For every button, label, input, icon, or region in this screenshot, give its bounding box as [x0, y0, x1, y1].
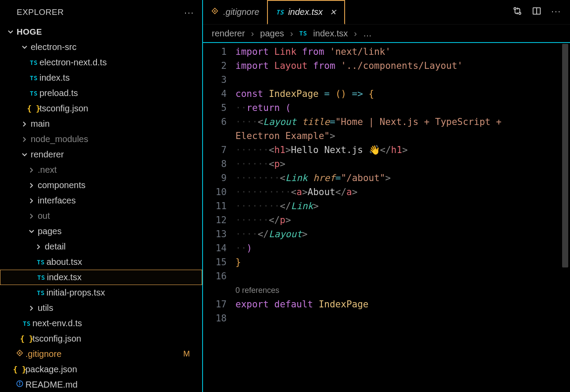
- workspace-root-label: HOGE: [17, 27, 42, 37]
- code-line[interactable]: ··········<a>About</a>: [235, 185, 570, 199]
- line-number: 12: [203, 213, 227, 227]
- tree-folder[interactable]: pages: [0, 224, 202, 239]
- tree-item-label: initial-props.tsx: [46, 288, 105, 298]
- tree-folder[interactable]: out: [0, 208, 202, 224]
- chevron-right-icon: [35, 243, 45, 250]
- tree-file[interactable]: TSinitial-props.tsx: [0, 285, 202, 300]
- editor-tab[interactable]: .gitignore: [203, 0, 267, 25]
- code-line[interactable]: ··return (: [235, 101, 570, 115]
- svg-point-1: [19, 353, 20, 353]
- explorer-sidebar: EXPLORER ··· HOGE electron-srcTSelectron…: [0, 0, 203, 392]
- tree-file[interactable]: TSindex.tsx: [0, 270, 202, 285]
- compare-changes-icon[interactable]: [513, 6, 522, 18]
- svg-point-7: [514, 7, 517, 10]
- tree-folder[interactable]: main: [0, 116, 202, 132]
- tree-file[interactable]: TSpreload.ts: [0, 86, 202, 101]
- tree-file[interactable]: TSnext-env.d.ts: [0, 316, 202, 331]
- tree-file[interactable]: README.md: [0, 377, 202, 392]
- breadcrumb[interactable]: renderer › pages › TS index.tsx › …: [203, 25, 570, 42]
- tree-item-label: main: [31, 119, 50, 129]
- workspace-root[interactable]: HOGE: [0, 25, 202, 39]
- ts-icon: TS: [276, 9, 284, 16]
- code-line[interactable]: ········</Link>: [235, 199, 570, 213]
- tree-file[interactable]: { }tsconfig.json: [0, 331, 202, 346]
- editor-actions: ···: [513, 6, 566, 18]
- tree-file[interactable]: .gitignoreM: [0, 346, 202, 362]
- code-line[interactable]: const IndexPage = () => {: [235, 87, 570, 101]
- tree-file[interactable]: TSabout.tsx: [0, 254, 202, 270]
- editor-tab[interactable]: TSindex.tsx✕: [267, 0, 345, 25]
- tree-folder[interactable]: renderer: [0, 147, 202, 162]
- code-line[interactable]: ······<h1>Hello Next.js 👋</h1>: [235, 143, 570, 157]
- code-line[interactable]: ······</p>: [235, 213, 570, 227]
- ts-icon: TS: [37, 289, 45, 296]
- line-number: 9: [203, 171, 227, 185]
- code-line[interactable]: ····</Layout>: [235, 227, 570, 241]
- info-icon: [16, 380, 24, 390]
- svg-point-8: [519, 12, 521, 14]
- tree-item-label: detail: [45, 242, 66, 252]
- git-icon: [16, 349, 24, 359]
- code-line[interactable]: [235, 269, 570, 283]
- tree-file[interactable]: { }package.json: [0, 362, 202, 377]
- svg-point-6: [214, 11, 215, 11]
- more-icon[interactable]: ···: [184, 7, 194, 18]
- breadcrumb-file[interactable]: index.tsx: [313, 29, 348, 39]
- code-line[interactable]: ······<p>: [235, 157, 570, 171]
- tree-folder[interactable]: utils: [0, 300, 202, 316]
- tree-item-label: next-env.d.ts: [32, 318, 82, 328]
- tree-file[interactable]: TSelectron-next.d.ts: [0, 55, 202, 70]
- tree-file[interactable]: { }tsconfig.json: [0, 101, 202, 116]
- tree-item-label: .gitignore: [25, 349, 61, 359]
- chevron-down-icon: [28, 228, 38, 235]
- line-number: 2: [203, 59, 227, 73]
- tree-item-label: node_modules: [31, 134, 88, 144]
- tree-item-label: about.tsx: [46, 257, 82, 267]
- json-icon: { }: [13, 365, 27, 374]
- code-line[interactable]: [235, 311, 570, 325]
- scrollbar-thumb[interactable]: [562, 44, 568, 267]
- ts-icon: TS: [30, 90, 38, 97]
- tree-item-label: renderer: [31, 150, 64, 160]
- code-editor[interactable]: 123456 78910111213141516 1718 import Lin…: [203, 42, 570, 392]
- code-line[interactable]: ··): [235, 241, 570, 255]
- line-number: 16: [203, 269, 227, 283]
- chevron-right-icon: [21, 121, 31, 128]
- line-number: 15: [203, 255, 227, 269]
- chevron-right-icon: [28, 213, 38, 220]
- code-line[interactable]: export default IndexPage: [235, 297, 570, 311]
- code-line[interactable]: [235, 73, 570, 87]
- file-tree[interactable]: electron-srcTSelectron-next.d.tsTSindex.…: [0, 39, 202, 392]
- ts-icon: TS: [23, 320, 31, 327]
- code-content[interactable]: import Link from 'next/link'import Layou…: [235, 43, 570, 392]
- tree-folder[interactable]: node_modules: [0, 132, 202, 147]
- tree-item-label: electron-next.d.ts: [39, 57, 107, 68]
- tree-folder[interactable]: electron-src: [0, 39, 202, 55]
- line-gutter: 123456 78910111213141516 1718: [203, 43, 235, 392]
- code-line[interactable]: import Layout from '../components/Layout…: [235, 59, 570, 73]
- chevron-right-icon: [28, 167, 38, 174]
- tree-item-label: .next: [38, 165, 57, 175]
- vertical-scrollbar[interactable]: [561, 43, 569, 392]
- split-editor-icon[interactable]: [532, 6, 542, 18]
- tree-item-label: preload.ts: [39, 88, 78, 98]
- ts-icon: TS: [30, 59, 38, 66]
- breadcrumb-part[interactable]: renderer: [212, 29, 245, 39]
- code-line[interactable]: ········<Link href="/about">: [235, 171, 570, 185]
- codelens[interactable]: 0 references: [235, 283, 570, 297]
- tree-folder[interactable]: components: [0, 178, 202, 193]
- tree-folder[interactable]: .next: [0, 162, 202, 178]
- code-line[interactable]: import Link from 'next/link': [235, 45, 570, 59]
- breadcrumb-more[interactable]: …: [363, 29, 372, 39]
- more-actions-icon[interactable]: ···: [551, 6, 561, 18]
- line-number: 1: [203, 45, 227, 59]
- code-line[interactable]: Electron Example">: [235, 129, 570, 143]
- close-icon[interactable]: ✕: [330, 7, 336, 17]
- code-line[interactable]: }: [235, 255, 570, 269]
- tree-file[interactable]: TSindex.ts: [0, 70, 202, 86]
- code-line[interactable]: ····<Layout title="Home | Next.js + Type…: [235, 115, 570, 129]
- breadcrumb-part[interactable]: pages: [260, 29, 284, 39]
- tree-item-label: index.ts: [39, 73, 70, 83]
- tree-folder[interactable]: interfaces: [0, 193, 202, 208]
- tree-folder[interactable]: detail: [0, 239, 202, 254]
